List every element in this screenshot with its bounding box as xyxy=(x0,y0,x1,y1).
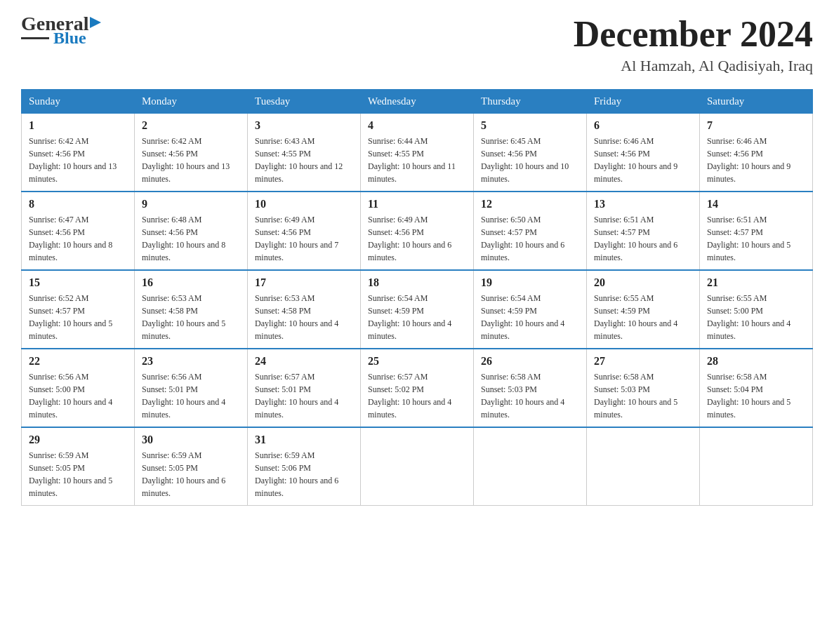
logo-arrow-icon xyxy=(90,15,104,29)
logo: General Blue xyxy=(21,14,104,46)
month-title: December 2024 xyxy=(574,14,813,54)
weekday-header-saturday: Saturday xyxy=(700,90,813,114)
calendar-table: SundayMondayTuesdayWednesdayThursdayFrid… xyxy=(21,89,813,506)
day-number: 23 xyxy=(142,355,240,368)
day-info: Sunrise: 6:43 AMSunset: 4:55 PMDaylight:… xyxy=(255,136,343,184)
calendar-cell: 11 Sunrise: 6:49 AMSunset: 4:56 PMDaylig… xyxy=(361,192,474,270)
calendar-cell: 2 Sunrise: 6:42 AMSunset: 4:56 PMDayligh… xyxy=(135,114,248,192)
day-info: Sunrise: 6:59 AMSunset: 5:06 PMDaylight:… xyxy=(255,450,338,498)
calendar-cell: 8 Sunrise: 6:47 AMSunset: 4:56 PMDayligh… xyxy=(22,192,135,270)
day-number: 17 xyxy=(255,276,353,289)
calendar-cell: 21 Sunrise: 6:55 AMSunset: 5:00 PMDaylig… xyxy=(700,270,813,349)
calendar-cell: 19 Sunrise: 6:54 AMSunset: 4:59 PMDaylig… xyxy=(474,270,587,349)
day-number: 10 xyxy=(255,198,353,210)
calendar-cell xyxy=(474,427,587,506)
calendar-cell: 30 Sunrise: 6:59 AMSunset: 5:05 PMDaylig… xyxy=(135,427,248,506)
location-subtitle: Al Hamzah, Al Qadisiyah, Iraq xyxy=(574,57,813,75)
day-number: 14 xyxy=(707,198,805,210)
day-info: Sunrise: 6:42 AMSunset: 4:56 PMDaylight:… xyxy=(142,136,230,184)
calendar-cell: 27 Sunrise: 6:58 AMSunset: 5:03 PMDaylig… xyxy=(587,349,700,427)
day-info: Sunrise: 6:55 AMSunset: 4:59 PMDaylight:… xyxy=(594,293,677,341)
calendar-cell: 15 Sunrise: 6:52 AMSunset: 4:57 PMDaylig… xyxy=(22,270,135,349)
calendar-week-row: 29 Sunrise: 6:59 AMSunset: 5:05 PMDaylig… xyxy=(22,427,813,506)
calendar-cell: 17 Sunrise: 6:53 AMSunset: 4:58 PMDaylig… xyxy=(248,270,361,349)
day-info: Sunrise: 6:47 AMSunset: 4:56 PMDaylight:… xyxy=(29,215,112,262)
day-number: 28 xyxy=(707,355,805,368)
day-number: 12 xyxy=(481,198,579,210)
calendar-cell: 29 Sunrise: 6:59 AMSunset: 5:05 PMDaylig… xyxy=(22,427,135,506)
weekday-header-row: SundayMondayTuesdayWednesdayThursdayFrid… xyxy=(22,90,813,114)
day-info: Sunrise: 6:58 AMSunset: 5:04 PMDaylight:… xyxy=(707,372,790,420)
day-info: Sunrise: 6:58 AMSunset: 5:03 PMDaylight:… xyxy=(481,372,564,420)
day-info: Sunrise: 6:57 AMSunset: 5:01 PMDaylight:… xyxy=(255,372,338,420)
day-number: 5 xyxy=(481,119,579,132)
day-info: Sunrise: 6:53 AMSunset: 4:58 PMDaylight:… xyxy=(255,293,338,341)
day-number: 16 xyxy=(142,276,240,289)
day-info: Sunrise: 6:45 AMSunset: 4:56 PMDaylight:… xyxy=(481,136,569,184)
weekday-header-wednesday: Wednesday xyxy=(361,90,474,114)
day-info: Sunrise: 6:51 AMSunset: 4:57 PMDaylight:… xyxy=(594,215,677,262)
calendar-cell: 26 Sunrise: 6:58 AMSunset: 5:03 PMDaylig… xyxy=(474,349,587,427)
day-info: Sunrise: 6:50 AMSunset: 4:57 PMDaylight:… xyxy=(481,215,564,262)
weekday-header-tuesday: Tuesday xyxy=(248,90,361,114)
day-number: 2 xyxy=(142,119,240,132)
calendar-cell: 10 Sunrise: 6:49 AMSunset: 4:56 PMDaylig… xyxy=(248,192,361,270)
day-info: Sunrise: 6:54 AMSunset: 4:59 PMDaylight:… xyxy=(368,293,451,341)
day-number: 3 xyxy=(255,119,353,132)
calendar-cell: 5 Sunrise: 6:45 AMSunset: 4:56 PMDayligh… xyxy=(474,114,587,192)
day-number: 9 xyxy=(142,198,240,210)
day-info: Sunrise: 6:51 AMSunset: 4:57 PMDaylight:… xyxy=(707,215,790,262)
day-number: 8 xyxy=(29,198,127,210)
weekday-header-friday: Friday xyxy=(587,90,700,114)
day-number: 18 xyxy=(368,276,466,289)
calendar-cell: 4 Sunrise: 6:44 AMSunset: 4:55 PMDayligh… xyxy=(361,114,474,192)
calendar-cell xyxy=(361,427,474,506)
day-info: Sunrise: 6:48 AMSunset: 4:56 PMDaylight:… xyxy=(142,215,225,262)
day-info: Sunrise: 6:56 AMSunset: 5:01 PMDaylight:… xyxy=(142,372,225,420)
day-number: 22 xyxy=(29,355,127,368)
day-info: Sunrise: 6:53 AMSunset: 4:58 PMDaylight:… xyxy=(142,293,225,341)
calendar-cell: 16 Sunrise: 6:53 AMSunset: 4:58 PMDaylig… xyxy=(135,270,248,349)
calendar-cell: 13 Sunrise: 6:51 AMSunset: 4:57 PMDaylig… xyxy=(587,192,700,270)
day-info: Sunrise: 6:52 AMSunset: 4:57 PMDaylight:… xyxy=(29,293,112,341)
day-info: Sunrise: 6:49 AMSunset: 4:56 PMDaylight:… xyxy=(255,215,338,262)
day-number: 19 xyxy=(481,276,579,289)
day-number: 31 xyxy=(255,434,353,446)
calendar-week-row: 8 Sunrise: 6:47 AMSunset: 4:56 PMDayligh… xyxy=(22,192,813,270)
calendar-cell: 9 Sunrise: 6:48 AMSunset: 4:56 PMDayligh… xyxy=(135,192,248,270)
day-info: Sunrise: 6:59 AMSunset: 5:05 PMDaylight:… xyxy=(29,450,112,498)
weekday-header-monday: Monday xyxy=(135,90,248,114)
calendar-cell xyxy=(587,427,700,506)
calendar-cell: 31 Sunrise: 6:59 AMSunset: 5:06 PMDaylig… xyxy=(248,427,361,506)
day-info: Sunrise: 6:46 AMSunset: 4:56 PMDaylight:… xyxy=(707,136,790,184)
calendar-cell: 18 Sunrise: 6:54 AMSunset: 4:59 PMDaylig… xyxy=(361,270,474,349)
day-number: 20 xyxy=(594,276,692,289)
calendar-cell: 7 Sunrise: 6:46 AMSunset: 4:56 PMDayligh… xyxy=(700,114,813,192)
calendar-cell: 1 Sunrise: 6:42 AMSunset: 4:56 PMDayligh… xyxy=(22,114,135,192)
day-number: 26 xyxy=(481,355,579,368)
day-number: 7 xyxy=(707,119,805,132)
calendar-cell: 6 Sunrise: 6:46 AMSunset: 4:56 PMDayligh… xyxy=(587,114,700,192)
title-block: December 2024 Al Hamzah, Al Qadisiyah, I… xyxy=(574,14,813,75)
weekday-header-thursday: Thursday xyxy=(474,90,587,114)
calendar-cell: 20 Sunrise: 6:55 AMSunset: 4:59 PMDaylig… xyxy=(587,270,700,349)
day-number: 15 xyxy=(29,276,127,289)
day-number: 27 xyxy=(594,355,692,368)
day-info: Sunrise: 6:42 AMSunset: 4:56 PMDaylight:… xyxy=(29,136,117,184)
day-info: Sunrise: 6:59 AMSunset: 5:05 PMDaylight:… xyxy=(142,450,225,498)
day-info: Sunrise: 6:57 AMSunset: 5:02 PMDaylight:… xyxy=(368,372,451,420)
weekday-header-sunday: Sunday xyxy=(22,90,135,114)
day-info: Sunrise: 6:46 AMSunset: 4:56 PMDaylight:… xyxy=(594,136,677,184)
calendar-cell xyxy=(700,427,813,506)
calendar-cell: 22 Sunrise: 6:56 AMSunset: 5:00 PMDaylig… xyxy=(22,349,135,427)
day-info: Sunrise: 6:44 AMSunset: 4:55 PMDaylight:… xyxy=(368,136,456,184)
calendar-cell: 14 Sunrise: 6:51 AMSunset: 4:57 PMDaylig… xyxy=(700,192,813,270)
day-number: 29 xyxy=(29,434,127,446)
day-info: Sunrise: 6:56 AMSunset: 5:00 PMDaylight:… xyxy=(29,372,112,420)
day-number: 4 xyxy=(368,119,466,132)
calendar-cell: 3 Sunrise: 6:43 AMSunset: 4:55 PMDayligh… xyxy=(248,114,361,192)
day-number: 30 xyxy=(142,434,240,446)
page-header: General Blue December 2024 Al Hamzah, Al… xyxy=(21,14,813,75)
calendar-week-row: 1 Sunrise: 6:42 AMSunset: 4:56 PMDayligh… xyxy=(22,114,813,192)
calendar-cell: 12 Sunrise: 6:50 AMSunset: 4:57 PMDaylig… xyxy=(474,192,587,270)
